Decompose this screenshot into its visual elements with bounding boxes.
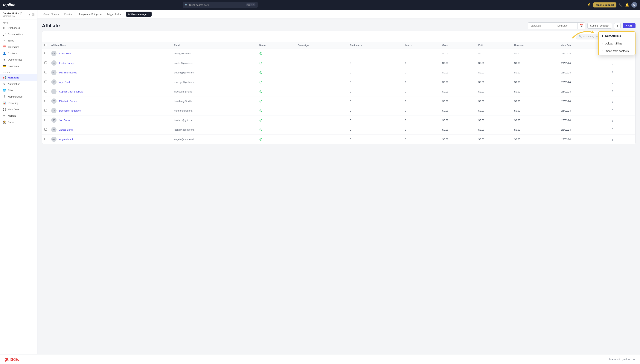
tools-section-label: Tools [0,69,37,74]
upload-affiliate-label: Upload Affiliate [605,42,622,45]
row-join-date-8: 26/01/24 [559,125,608,134]
sidebar-item-mailfold[interactable]: ✉ Mailfold [0,112,37,119]
affiliate-name-link-4[interactable]: Captain Jack Sparrow [59,90,83,93]
dropdown-upload-affiliate[interactable]: ↑ Upload Affiliate [599,40,635,47]
status-active-icon-2: ⊙ [259,70,262,74]
end-date-input[interactable] [555,23,577,28]
sidebar-item-sites[interactable]: 🌐 Sites [0,87,37,94]
sidebar-item-dashboard[interactable]: ⊞ Dashboard [0,25,37,31]
submit-feedback-button[interactable]: Submit Feedback [587,23,612,28]
sidebar-item-contacts[interactable]: 👤 Contacts [0,50,37,56]
download-button[interactable]: ⬇ [614,23,620,29]
status-active-icon-7: ⊙ [259,118,262,122]
row-avatar-9: AM [51,136,57,142]
affiliate-name-link-6[interactable]: Daenerys Targaryen [59,109,81,112]
affiliate-name-link-0[interactable]: Chris Riklin [59,52,72,55]
row-paid-2: $0.00 [476,68,512,77]
row-paid-8: $0.00 [476,125,512,134]
row-menu-button-6[interactable]: ⋮ [611,109,614,112]
row-join-date-4: 26/01/24 [559,87,608,96]
affiliate-table: Affiliate Name Email Status Campaign Cus… [42,42,635,144]
workspace-selector[interactable]: Dunder Mifflin [D... Scranton, PA ▾ ⊟ [0,10,37,20]
row-menu-button-5[interactable]: ⋮ [611,99,614,103]
row-avatar-5: EB [51,98,57,104]
sidebar-item-automation[interactable]: ⚙ Automation [0,81,37,87]
affiliate-name-link-2[interactable]: Mia Thermopolis [59,71,77,74]
phone-icon[interactable]: 📞 [619,3,623,7]
subnav-emails[interactable]: Emails ▾ [62,12,76,17]
row-checkbox-6[interactable] [42,106,49,116]
sidebar-item-memberships[interactable]: 🎖 Memberships [0,94,37,100]
row-checkbox-3[interactable] [42,77,49,87]
sidebar-item-marketing[interactable]: 📢 Marketing [0,74,37,81]
footer: guidde. Made with guidde.com [0,354,640,364]
row-avatar-7: JS [51,118,57,123]
sidebar-item-payments[interactable]: 💳 Payments [0,63,37,69]
sidebar-label-payments: Payments [8,65,19,68]
subnav-affiliate-manager[interactable]: Affiliate Manager ▾ [126,12,152,17]
row-customers-5: 0 [348,96,403,106]
subnav-trigger-links[interactable]: Trigger Links ▾ [105,12,125,17]
affiliate-name-link-9[interactable]: Angela Martin [59,138,74,141]
sidebar-item-reporting[interactable]: 📊 Reporting [0,100,37,106]
row-menu-button-3[interactable]: ⋮ [611,80,614,84]
table-row: EB Elizabeth Bennet lovedarcy@pride. ⊙ 0… [42,96,635,106]
select-all-header[interactable] [42,42,49,49]
row-customers-8: 0 [348,125,403,134]
affiliate-name-link-8[interactable]: James Bond [59,128,73,131]
affiliate-name-link-3[interactable]: Arya Stark [59,81,71,84]
dropdown-import-contacts[interactable]: ↑ Import from contacts [599,47,635,55]
row-menu-button-2[interactable]: ⋮ [611,71,614,74]
row-menu-button-1[interactable]: ⋮ [611,61,614,65]
row-checkbox-8[interactable] [42,125,49,134]
lightning-icon[interactable]: ⚡ [587,3,591,7]
sidebar: Dunder Mifflin [D... Scranton, PA ▾ ⊟ Ap… [0,10,38,364]
sidebar-item-conversations[interactable]: 💬 Conversations [0,31,37,37]
affiliate-name-link-5[interactable]: Elizabeth Bennet [59,100,78,102]
calendars-icon: 📅 [3,45,6,48]
row-checkbox-7[interactable] [42,116,49,125]
user-avatar[interactable]: U [631,2,637,8]
support-button[interactable]: topline Support [593,2,616,8]
affiliate-name-link-1[interactable]: Easter Bunny [59,62,74,64]
table-row: MT Mia Thermopolis queen@genovia.c. ⊙ 0 … [42,68,635,77]
sidebar-item-tasks[interactable]: ✓ Tasks [0,37,37,44]
sidebar-item-calendars[interactable]: 📅 Calendars [0,44,37,50]
sidebar-label-sites: Sites [8,89,13,92]
row-menu-button-4[interactable]: ⋮ [611,90,614,94]
new-affiliate-label: New Affiliate [605,34,621,37]
row-checkbox-9[interactable] [42,134,49,144]
sub-nav: Social Planner Emails ▾ Templates (Snipp… [38,10,640,19]
sidebar-label-calendars: Calendars [8,46,19,48]
row-customers-7: 0 [348,116,403,125]
row-email-8: jbond@agent.com. [172,125,257,134]
calendar-icon: 📅 [577,22,585,29]
row-actions-3: ⋮ [608,77,635,87]
row-owed-9: $0.00 [440,134,476,144]
row-checkbox-4[interactable] [42,87,49,96]
affiliate-name-link-7[interactable]: Jon Snow [59,119,70,122]
sidebar-toggle-button[interactable]: ⊟ [32,12,35,17]
bell-icon[interactable]: 🔔 [625,3,629,7]
sidebar-label-opportunities: Opportunities [8,58,22,61]
add-button[interactable]: + Add [623,23,635,28]
subnav-templates[interactable]: Templates (Snippets) [77,12,104,17]
sidebar-item-opportunities[interactable]: ◈ Opportunities [0,56,37,63]
row-checkbox-5[interactable] [42,96,49,106]
app-logo: topline [3,3,15,7]
row-checkbox-1[interactable] [42,58,49,68]
date-range-picker[interactable]: → 📅 [528,22,585,29]
row-menu-button-7[interactable]: ⋮ [611,118,614,122]
row-campaign-6 [296,106,348,116]
global-search[interactable]: 🔍 Quick search here Ctrl + K [183,2,258,8]
sidebar-item-helpdesk[interactable]: 🎧 Help Desk [0,106,37,112]
row-menu-button-9[interactable]: ⋮ [611,137,614,141]
row-checkbox-2[interactable] [42,68,49,77]
start-date-input[interactable] [528,23,550,28]
row-checkbox-0[interactable] [42,49,49,58]
row-name-0: CR Chris Riklin [49,49,172,58]
sidebar-item-butler[interactable]: 🤵 Butler [0,119,37,125]
subnav-social-planner[interactable]: Social Planner [41,12,61,17]
row-menu-button-8[interactable]: ⋮ [611,128,614,132]
dropdown-new-affiliate[interactable]: + New Affiliate [599,32,635,40]
